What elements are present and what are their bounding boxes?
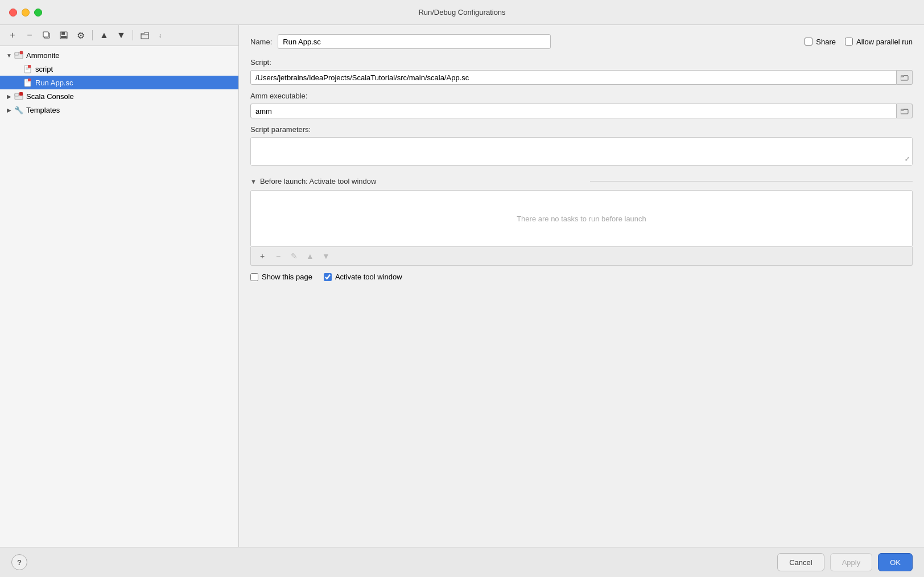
- tree-item-script[interactable]: ▶ script: [0, 62, 238, 76]
- expand-icon[interactable]: ⤢: [905, 155, 910, 163]
- sort-button[interactable]: ↕: [154, 28, 170, 43]
- ammonite-expand-icon[interactable]: ▼: [5, 51, 14, 60]
- before-launch-label: Before launch: Activate tool window: [260, 177, 583, 186]
- ammonite-icon: [14, 50, 24, 60]
- allow-parallel-label[interactable]: Allow parallel run: [856, 38, 913, 46]
- svg-rect-7: [15, 52, 19, 55]
- tree-item-templates[interactable]: ▶ 🔧 Templates: [0, 103, 238, 117]
- before-launch-add-button[interactable]: +: [255, 250, 269, 262]
- script-input[interactable]: [250, 70, 897, 85]
- copy-config-button[interactable]: [39, 28, 55, 43]
- toolbar-sep-2: [133, 30, 133, 40]
- svg-rect-3: [61, 32, 65, 35]
- config-tree: ▼ Ammonite ▶: [0, 46, 238, 547]
- right-panel: Name: Share Allow parallel run Script:: [239, 25, 924, 547]
- amm-browse-button[interactable]: [897, 104, 913, 118]
- move-up-button[interactable]: ▲: [96, 28, 112, 43]
- templates-icon: 🔧: [14, 105, 24, 115]
- show-page-label[interactable]: Show this page: [262, 273, 312, 281]
- add-config-button[interactable]: +: [5, 28, 20, 43]
- allow-parallel-checkbox[interactable]: [845, 38, 853, 46]
- svg-rect-20: [19, 92, 23, 96]
- bottom-bar: ? Cancel Apply OK: [0, 547, 924, 577]
- ammonite-label: Ammonite: [26, 51, 60, 60]
- window-title: Run/Debug Configurations: [418, 8, 505, 17]
- activate-window-label[interactable]: Activate tool window: [335, 273, 402, 281]
- title-bar: Run/Debug Configurations: [0, 0, 924, 25]
- script-label: script: [35, 65, 53, 73]
- svg-rect-19: [15, 93, 19, 96]
- apply-button[interactable]: Apply: [830, 553, 873, 571]
- scala-console-icon: [14, 91, 24, 101]
- cancel-button[interactable]: Cancel: [777, 553, 824, 571]
- show-page-checkbox[interactable]: [250, 273, 258, 281]
- share-checkbox-group: Share: [805, 38, 836, 46]
- window-controls[interactable]: [9, 9, 42, 17]
- bottom-right: Cancel Apply OK: [777, 553, 913, 571]
- share-checkbox[interactable]: [805, 38, 812, 46]
- before-launch-up-button[interactable]: ▲: [303, 250, 317, 262]
- ok-button[interactable]: OK: [878, 553, 913, 571]
- name-row: Name: Share Allow parallel run: [250, 34, 913, 49]
- share-group: Share Allow parallel run: [805, 38, 913, 46]
- name-input[interactable]: [278, 34, 551, 49]
- before-launch-toolbar: + − ✎ ▲ ▼: [250, 247, 913, 266]
- svg-rect-17: [28, 79, 31, 81]
- svg-rect-8: [20, 51, 23, 54]
- templates-expand-icon[interactable]: ▶: [5, 105, 14, 114]
- activate-window-group: Activate tool window: [324, 273, 402, 281]
- before-launch-empty-text: There are no tasks to run before launch: [517, 215, 646, 223]
- script-label: Script:: [250, 58, 913, 67]
- scala-console-expand-icon[interactable]: ▶: [5, 92, 14, 101]
- left-toolbar: + − ⚙ ▲ ▼: [0, 25, 238, 46]
- minimize-button[interactable]: [22, 9, 30, 17]
- svg-rect-13: [28, 65, 31, 68]
- amm-label: Amm executable:: [250, 92, 913, 100]
- move-down-button[interactable]: ▼: [113, 28, 129, 43]
- script-browse-button[interactable]: [897, 70, 913, 85]
- script-params-section: Script parameters: ⤢: [250, 125, 913, 166]
- tree-item-run-app[interactable]: ▶ Run App.sc: [0, 76, 238, 89]
- before-launch-edit-button[interactable]: ✎: [287, 250, 301, 262]
- svg-rect-4: [61, 36, 67, 38]
- show-page-group: Show this page: [250, 273, 312, 281]
- script-input-group: [250, 70, 913, 85]
- before-launch-down-button[interactable]: ▼: [319, 250, 333, 262]
- options-row: Show this page Activate tool window: [250, 273, 913, 281]
- save-config-button[interactable]: [56, 28, 72, 43]
- folder-button[interactable]: [137, 28, 152, 43]
- name-label: Name:: [250, 38, 272, 46]
- templates-label: Templates: [26, 106, 60, 114]
- script-section: Script:: [250, 58, 913, 85]
- parallel-checkbox-group: Allow parallel run: [845, 38, 913, 46]
- svg-text:↕: ↕: [159, 32, 162, 39]
- close-button[interactable]: [9, 9, 17, 17]
- help-button[interactable]: ?: [11, 554, 27, 570]
- before-launch-header: ▼ Before launch: Activate tool window: [250, 177, 913, 186]
- remove-config-button[interactable]: −: [22, 28, 38, 43]
- before-launch-remove-button[interactable]: −: [271, 250, 285, 262]
- maximize-button[interactable]: [34, 9, 42, 17]
- scala-console-label: Scala Console: [26, 92, 74, 101]
- bottom-left: ?: [11, 554, 27, 570]
- run-app-label: Run App.sc: [35, 79, 73, 87]
- settings-config-button[interactable]: ⚙: [73, 28, 89, 43]
- before-launch-section: ▼ Before launch: Activate tool window Th…: [250, 177, 913, 266]
- amm-input-group: [250, 104, 913, 118]
- before-launch-divider: [590, 181, 913, 182]
- tree-item-scala-console[interactable]: ▶ Scala Console: [0, 89, 238, 103]
- activate-window-checkbox[interactable]: [324, 273, 332, 281]
- script-icon: [23, 64, 33, 74]
- toolbar-sep-1: [92, 30, 93, 40]
- share-label[interactable]: Share: [816, 38, 836, 46]
- script-params-label: Script parameters:: [250, 125, 913, 134]
- left-panel: + − ⚙ ▲ ▼: [0, 25, 239, 547]
- script-params-box: ⤢: [250, 137, 913, 166]
- amm-section: Amm executable:: [250, 92, 913, 118]
- amm-input[interactable]: [250, 104, 897, 118]
- run-app-icon: [23, 77, 33, 88]
- svg-rect-22: [901, 109, 908, 114]
- script-params-input[interactable]: [251, 138, 912, 165]
- before-launch-collapse-icon[interactable]: ▼: [250, 178, 257, 185]
- tree-item-ammonite[interactable]: ▼ Ammonite: [0, 48, 238, 62]
